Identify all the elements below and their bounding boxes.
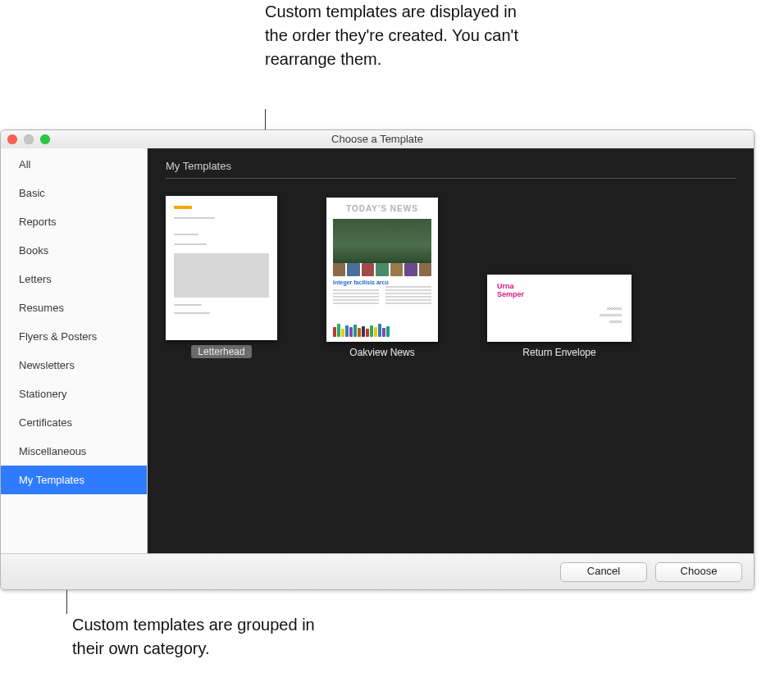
close-icon[interactable] bbox=[7, 134, 17, 144]
window-title: Choose a Template bbox=[331, 133, 423, 145]
titlebar: Choose a Template bbox=[1, 130, 754, 149]
sidebar-item-miscellaneous[interactable]: Miscellaneous bbox=[1, 437, 147, 466]
template-grid: Letterhead TODAY'S NEWS bbox=[166, 196, 736, 358]
cancel-button[interactable]: Cancel bbox=[560, 562, 647, 582]
sidebar-item-certificates[interactable]: Certificates bbox=[1, 408, 147, 437]
minimize-icon[interactable] bbox=[24, 134, 34, 144]
template-label: Letterhead bbox=[191, 345, 251, 358]
sidebar-item-all[interactable]: All bbox=[1, 150, 147, 179]
news-headline: TODAY'S NEWS bbox=[333, 204, 431, 213]
sidebar: AllBasicReportsBooksLettersResumesFlyers… bbox=[1, 148, 148, 553]
callout-top: Custom templates are displayed in the or… bbox=[265, 0, 527, 71]
template-grid-area: My Templates Le bbox=[148, 148, 754, 553]
template-tile-return-envelope[interactable]: Urna Semper xxxxxxxxxxxxxxxxxxxx Return … bbox=[487, 275, 631, 358]
sidebar-item-stationery[interactable]: Stationery bbox=[1, 380, 147, 408]
template-label: Oakview News bbox=[349, 347, 414, 358]
callout-bottom: Custom templates are grouped in their ow… bbox=[72, 613, 318, 661]
zoom-icon[interactable] bbox=[40, 134, 50, 144]
footer: Cancel Choose bbox=[1, 553, 754, 589]
window-controls bbox=[7, 134, 50, 144]
choose-button[interactable]: Choose bbox=[655, 562, 742, 582]
template-thumb: TODAY'S NEWS Integer facilisis arcu bbox=[326, 198, 438, 342]
sidebar-item-reports[interactable]: Reports bbox=[1, 207, 147, 236]
template-label: Return Envelope bbox=[522, 347, 595, 358]
template-tile-oakview-news[interactable]: TODAY'S NEWS Integer facilisis arcu bbox=[326, 198, 438, 358]
template-thumb: Urna Semper xxxxxxxxxxxxxxxxxxxx bbox=[487, 275, 631, 342]
sidebar-item-newsletters[interactable]: Newsletters bbox=[1, 351, 147, 380]
section-header: My Templates bbox=[166, 160, 231, 172]
envelope-name: Urna Semper bbox=[497, 283, 524, 299]
template-tile-letterhead[interactable]: Letterhead bbox=[166, 196, 277, 358]
sidebar-item-books[interactable]: Books bbox=[1, 236, 147, 265]
sidebar-item-flyers-posters[interactable]: Flyers & Posters bbox=[1, 322, 147, 351]
sidebar-list: AllBasicReportsBooksLettersResumesFlyers… bbox=[1, 148, 147, 494]
sidebar-item-letters[interactable]: Letters bbox=[1, 265, 147, 293]
template-thumb bbox=[166, 196, 277, 340]
template-chooser-window: Choose a Template AllBasicReportsBooksLe… bbox=[0, 130, 755, 590]
sidebar-item-basic[interactable]: Basic bbox=[1, 179, 147, 207]
sidebar-item-my-templates[interactable]: My Templates bbox=[1, 466, 147, 494]
section-divider bbox=[166, 178, 736, 179]
news-subhead: Integer facilisis arcu bbox=[333, 280, 389, 285]
sidebar-item-resumes[interactable]: Resumes bbox=[1, 293, 147, 322]
